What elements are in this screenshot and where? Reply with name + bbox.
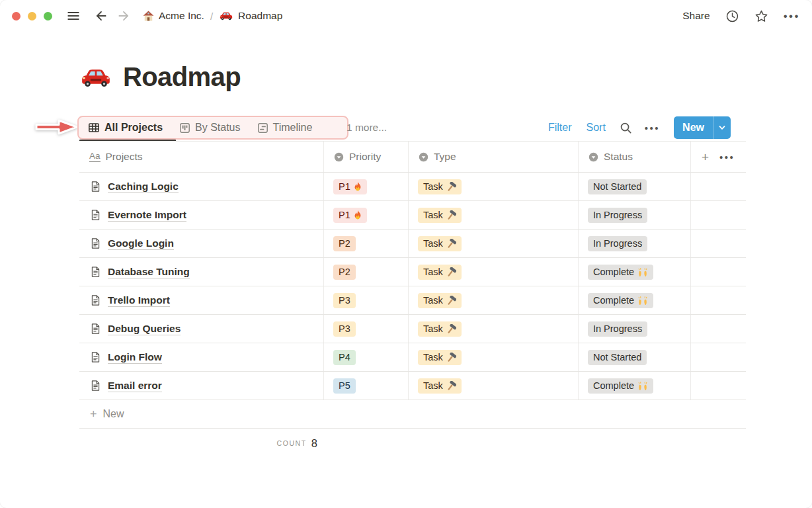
status-badge[interactable]: Complete [588, 378, 653, 394]
row-title[interactable]: Google Login [108, 237, 174, 250]
status-cell[interactable]: Complete [579, 258, 691, 286]
table-row[interactable]: Caching Logic P1 Task Not Started [79, 173, 746, 201]
page-title[interactable]: Roadmap [79, 62, 241, 92]
type-badge[interactable]: Task [418, 321, 462, 337]
new-button-label[interactable]: New [674, 116, 713, 139]
status-cell[interactable]: In Progress [579, 201, 691, 229]
priority-badge[interactable]: P4 [333, 350, 356, 365]
type-cell[interactable]: Task [409, 173, 579, 200]
column-header-priority[interactable]: Priority [324, 142, 409, 172]
priority-badge[interactable]: P2 [333, 236, 356, 251]
status-badge[interactable]: Complete [588, 265, 653, 280]
clock-icon[interactable] [725, 9, 739, 23]
tab-timeline[interactable]: Timeline [257, 122, 313, 134]
table-row[interactable]: Debug Queries P3 Task In Progress [79, 315, 746, 343]
row-title-cell[interactable]: Email error [79, 372, 324, 400]
priority-badge[interactable]: P5 [333, 378, 356, 394]
priority-badge[interactable]: P1 [333, 208, 367, 223]
forward-button[interactable] [116, 9, 131, 23]
table-row[interactable]: Google Login P2 Task In Progress [79, 230, 746, 258]
type-badge[interactable]: Task [418, 293, 462, 308]
row-title[interactable]: Trello Import [108, 294, 170, 307]
priority-cell[interactable]: P3 [324, 286, 409, 314]
table-row[interactable]: Trello Import P3 Task Complete [79, 286, 746, 315]
row-title-cell[interactable]: Google Login [79, 230, 324, 257]
tab-all-projects[interactable]: All Projects [88, 122, 163, 134]
type-badge[interactable]: Task [418, 378, 462, 394]
status-badge[interactable]: Not Started [588, 350, 647, 365]
new-button[interactable]: New [674, 116, 731, 139]
type-cell[interactable]: Task [409, 201, 579, 229]
table-row[interactable]: Database Tuning P2 Task Complete [79, 258, 746, 286]
chevron-down-icon[interactable] [713, 116, 731, 139]
priority-cell[interactable]: P1 [324, 201, 409, 229]
priority-cell[interactable]: P4 [324, 343, 409, 371]
sort-button[interactable]: Sort [586, 122, 605, 134]
type-cell[interactable]: Task [409, 372, 579, 400]
filter-button[interactable]: Filter [548, 122, 572, 134]
type-cell[interactable]: Task [409, 230, 579, 257]
count-calculation[interactable]: COUNT 8 [79, 437, 317, 450]
traffic-light-close[interactable] [12, 12, 20, 21]
priority-cell[interactable]: P5 [324, 372, 409, 400]
type-badge[interactable]: Task [418, 236, 462, 251]
star-icon[interactable] [754, 9, 768, 23]
status-cell[interactable]: Complete [579, 286, 691, 314]
row-title[interactable]: Email error [108, 379, 162, 392]
type-badge[interactable]: Task [418, 208, 462, 223]
add-column-button[interactable]: + [702, 151, 709, 163]
row-title-cell[interactable]: Database Tuning [79, 258, 324, 286]
priority-cell[interactable]: P2 [324, 258, 409, 286]
status-cell[interactable]: In Progress [579, 230, 691, 257]
row-title[interactable]: Evernote Import [108, 208, 186, 222]
type-badge[interactable]: Task [418, 179, 462, 194]
tab-by-status[interactable]: By Status [179, 122, 240, 134]
type-cell[interactable]: Task [409, 315, 579, 343]
table-row[interactable]: Email error P5 Task Complete [79, 372, 746, 400]
row-title-cell[interactable]: Caching Logic [79, 173, 324, 200]
row-title[interactable]: Login Flow [108, 351, 162, 364]
traffic-light-zoom[interactable] [44, 12, 52, 21]
column-header-status[interactable]: Status [579, 142, 691, 172]
priority-badge[interactable]: P1 [333, 179, 367, 194]
row-title[interactable]: Database Tuning [108, 265, 190, 278]
type-cell[interactable]: Task [409, 343, 579, 371]
status-cell[interactable]: Complete [579, 372, 691, 400]
priority-badge[interactable]: P2 [333, 265, 356, 280]
priority-cell[interactable]: P2 [324, 230, 409, 257]
status-badge[interactable]: In Progress [588, 236, 647, 251]
type-badge[interactable]: Task [418, 265, 462, 280]
priority-badge[interactable]: P3 [333, 321, 356, 337]
type-badge[interactable]: Task [418, 350, 462, 365]
priority-cell[interactable]: P1 [324, 173, 409, 200]
status-badge[interactable]: In Progress [588, 208, 647, 223]
type-cell[interactable]: Task [409, 258, 579, 286]
row-title-cell[interactable]: Trello Import [79, 286, 324, 314]
new-row-button[interactable]: + New [79, 400, 746, 429]
sidebar-menu-icon[interactable] [66, 9, 81, 23]
more-views-button[interactable]: 1 more... [346, 116, 387, 140]
breadcrumb-workspace[interactable]: Acme Inc. [143, 10, 204, 22]
row-title-cell[interactable]: Evernote Import [79, 201, 324, 229]
row-title[interactable]: Caching Logic [108, 180, 179, 193]
row-title[interactable]: Debug Queries [108, 322, 181, 335]
status-badge[interactable]: Not Started [588, 179, 647, 194]
priority-badge[interactable]: P3 [333, 293, 356, 308]
priority-cell[interactable]: P3 [324, 315, 409, 343]
status-cell[interactable]: In Progress [579, 315, 691, 343]
traffic-light-minimize[interactable] [28, 12, 36, 21]
view-options-icon[interactable]: ••• [645, 123, 660, 133]
back-button[interactable] [94, 9, 108, 23]
column-header-projects[interactable]: Aa Projects [79, 142, 324, 172]
search-icon[interactable] [620, 122, 632, 134]
breadcrumb-page[interactable]: Roadmap [219, 10, 282, 22]
share-button[interactable]: Share [682, 10, 710, 22]
status-cell[interactable]: Not Started [579, 343, 691, 371]
table-options-icon[interactable]: ••• [719, 152, 735, 162]
status-badge[interactable]: In Progress [588, 321, 647, 337]
more-options-icon[interactable]: ••• [784, 11, 800, 22]
row-title-cell[interactable]: Login Flow [79, 343, 324, 371]
row-title-cell[interactable]: Debug Queries [79, 315, 324, 343]
column-header-type[interactable]: Type [409, 142, 579, 172]
status-cell[interactable]: Not Started [579, 173, 691, 200]
